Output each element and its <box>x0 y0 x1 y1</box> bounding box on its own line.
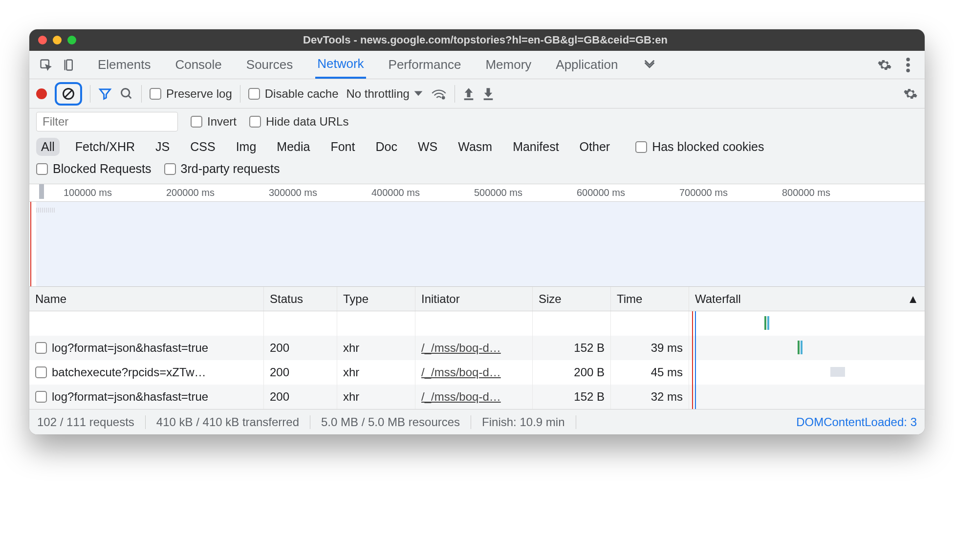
ruler-tick: 300000 ms <box>269 187 317 198</box>
table-row-empty <box>29 311 925 336</box>
filter-funnel-icon[interactable] <box>98 87 112 101</box>
col-name[interactable]: Name <box>29 287 264 311</box>
tab-console[interactable]: Console <box>173 51 223 79</box>
tab-more[interactable] <box>641 51 658 79</box>
request-type: xhr <box>337 360 415 385</box>
close-window-button[interactable] <box>38 36 47 44</box>
tab-elements[interactable]: Elements <box>96 51 152 79</box>
status-bar: 102 / 111 requests 410 kB / 410 kB trans… <box>29 409 925 434</box>
settings-gear-icon[interactable] <box>873 53 896 77</box>
type-wasm[interactable]: Wasm <box>453 138 497 156</box>
col-size[interactable]: Size <box>533 287 611 311</box>
row-checkbox-icon[interactable] <box>35 342 47 354</box>
table-row[interactable]: batchexecute?rpcids=xZTw… 200 xhr /_/mss… <box>29 360 925 385</box>
type-fetch-xhr[interactable]: Fetch/XHR <box>70 138 140 156</box>
throttling-dropdown[interactable]: No throttling <box>346 87 423 101</box>
tab-network[interactable]: Network <box>315 51 366 79</box>
type-ws[interactable]: WS <box>413 138 442 156</box>
col-type[interactable]: Type <box>337 287 415 311</box>
type-font[interactable]: Font <box>325 138 360 156</box>
inspect-element-icon[interactable] <box>34 53 58 77</box>
minimize-window-button[interactable] <box>53 36 62 44</box>
search-icon[interactable] <box>120 87 133 101</box>
panel-tabs: Elements Console Sources Network Perform… <box>96 51 658 79</box>
request-type: xhr <box>337 336 415 360</box>
timeline-selection-marker <box>39 184 44 199</box>
clear-button-highlighted[interactable] <box>55 82 82 106</box>
kebab-menu-icon[interactable] <box>896 53 920 77</box>
sort-indicator-icon: ▲ <box>907 292 919 306</box>
zoom-window-button[interactable] <box>67 36 76 44</box>
network-table-header: Name Status Type Initiator Size Time Wat… <box>29 287 925 311</box>
request-name: log?format=json&hasfast=true <box>52 341 208 355</box>
type-doc[interactable]: Doc <box>370 138 402 156</box>
request-name: log?format=json&hasfast=true <box>52 390 208 404</box>
type-css[interactable]: CSS <box>185 138 220 156</box>
divider <box>240 85 240 103</box>
request-status: 200 <box>264 385 337 409</box>
has-blocked-cookies-label: Has blocked cookies <box>652 140 764 154</box>
timeline-load-line <box>30 202 31 286</box>
svg-rect-1 <box>66 60 72 70</box>
status-requests: 102 / 111 requests <box>37 415 146 429</box>
col-time[interactable]: Time <box>611 287 689 311</box>
tab-application[interactable]: Application <box>554 51 620 79</box>
row-checkbox-icon[interactable] <box>35 366 47 378</box>
hide-data-urls-label: Hide data URLs <box>266 115 348 129</box>
request-initiator-link[interactable]: /_/mss/boq-d… <box>421 366 501 379</box>
type-js[interactable]: JS <box>151 138 174 156</box>
type-media[interactable]: Media <box>272 138 315 156</box>
type-manifest[interactable]: Manifest <box>508 138 564 156</box>
tab-sources[interactable]: Sources <box>244 51 295 79</box>
filter-bar: Invert Hide data URLs <box>29 108 925 135</box>
devtools-window: DevTools - news.google.com/topstories?hl… <box>29 29 925 434</box>
type-other[interactable]: Other <box>575 138 615 156</box>
table-row[interactable]: log?format=json&hasfast=true 200 xhr /_/… <box>29 336 925 360</box>
svg-rect-11 <box>464 98 474 100</box>
svg-point-8 <box>122 88 130 96</box>
type-all[interactable]: All <box>36 138 60 156</box>
device-toolbar-icon[interactable] <box>58 53 81 77</box>
request-initiator-link[interactable]: /_/mss/boq-d… <box>421 390 501 404</box>
disable-cache-checkbox[interactable]: Disable cache <box>248 87 339 101</box>
status-domcontentloaded: DOMContentLoaded: 3 <box>785 415 917 429</box>
svg-line-7 <box>65 89 72 97</box>
record-button[interactable] <box>36 88 47 99</box>
network-conditions-icon[interactable] <box>431 87 447 100</box>
row-checkbox-icon[interactable] <box>35 391 47 403</box>
network-settings-gear-icon[interactable] <box>903 86 918 101</box>
hide-data-urls-checkbox[interactable]: Hide data URLs <box>249 115 348 129</box>
table-row[interactable]: log?format=json&hasfast=true 200 xhr /_/… <box>29 385 925 409</box>
preserve-log-checkbox[interactable]: Preserve log <box>150 87 232 101</box>
timeline-activity-marks <box>36 208 75 214</box>
divider <box>141 85 142 103</box>
ruler-tick: 800000 ms <box>782 187 830 198</box>
ruler-tick: 600000 ms <box>577 187 625 198</box>
request-size: 200 B <box>533 360 611 385</box>
ruler-tick: 400000 ms <box>371 187 420 198</box>
request-size: 152 B <box>533 385 611 409</box>
disable-cache-label: Disable cache <box>265 87 339 101</box>
request-initiator-link[interactable]: /_/mss/boq-d… <box>421 341 501 355</box>
upload-har-icon[interactable] <box>463 87 475 101</box>
divider <box>90 85 90 103</box>
tab-performance[interactable]: Performance <box>387 51 463 79</box>
has-blocked-cookies-checkbox[interactable]: Has blocked cookies <box>635 140 764 154</box>
download-har-icon[interactable] <box>482 87 494 101</box>
svg-point-5 <box>906 68 910 72</box>
third-party-requests-checkbox[interactable]: 3rd-party requests <box>164 162 280 176</box>
timeline-overview[interactable]: 100000 ms 200000 ms 300000 ms 400000 ms … <box>29 184 925 287</box>
third-party-label: 3rd-party requests <box>181 162 280 176</box>
invert-checkbox[interactable]: Invert <box>191 115 237 129</box>
tab-memory[interactable]: Memory <box>483 51 533 79</box>
blocked-requests-checkbox[interactable]: Blocked Requests <box>36 162 152 176</box>
col-waterfall[interactable]: Waterfall▲ <box>689 287 925 311</box>
request-time: 45 ms <box>611 360 689 385</box>
col-initiator[interactable]: Initiator <box>415 287 533 311</box>
svg-point-3 <box>906 58 910 62</box>
divider <box>455 85 455 103</box>
col-status[interactable]: Status <box>264 287 337 311</box>
filter-input[interactable] <box>36 112 178 131</box>
invert-label: Invert <box>207 115 237 129</box>
type-img[interactable]: Img <box>231 138 261 156</box>
